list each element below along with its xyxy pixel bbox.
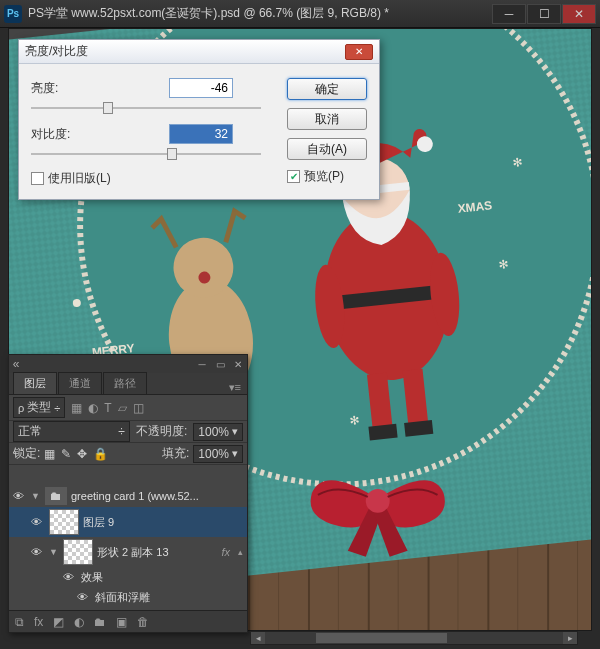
filter-pixel-icon[interactable]: ▦	[71, 401, 82, 415]
layer-name[interactable]: 形状 2 副本 13	[97, 545, 169, 560]
new-group-icon[interactable]: 🖿	[94, 615, 106, 629]
horizontal-scrollbar[interactable]: ◂ ▸	[250, 631, 578, 645]
dialog-title: 亮度/对比度	[25, 43, 345, 60]
brightness-slider[interactable]	[31, 102, 261, 114]
document-title: PS学堂 www.52psxt.com(圣诞贺卡).psd @ 66.7% (图…	[28, 5, 491, 22]
brightness-input[interactable]: -46	[169, 78, 233, 98]
scroll-right-icon[interactable]: ▸	[563, 632, 577, 644]
adjustment-layer-icon[interactable]: ◐	[74, 615, 84, 629]
svg-text:✻: ✻	[349, 413, 360, 428]
link-layers-icon[interactable]: ⧉	[15, 615, 24, 629]
panel-header[interactable]: « ─▭✕	[9, 355, 247, 373]
panel-menu-icon[interactable]: ▾≡	[223, 381, 247, 394]
fx-badge[interactable]: fx	[221, 546, 234, 558]
effect-name: 斜面和浮雕	[95, 590, 150, 605]
visibility-icon[interactable]: 👁	[13, 490, 27, 502]
layer-mask-icon[interactable]: ◩	[53, 615, 64, 629]
expand-icon[interactable]: ▼	[31, 491, 41, 501]
tab-paths[interactable]: 路径	[103, 372, 147, 394]
cancel-button[interactable]: 取消	[287, 108, 367, 130]
svg-rect-26	[404, 420, 433, 437]
tab-layers[interactable]: 图层	[13, 372, 57, 394]
panel-collapse-icon[interactable]: «	[9, 357, 23, 371]
close-button[interactable]: ✕	[562, 4, 596, 24]
scroll-thumb[interactable]	[316, 633, 446, 643]
svg-text:✻: ✻	[512, 155, 523, 170]
visibility-icon[interactable]: 👁	[63, 571, 77, 583]
filter-smart-icon[interactable]: ◫	[133, 401, 144, 415]
auto-button[interactable]: 自动(A)	[287, 138, 367, 160]
preview-label: 预览(P)	[304, 168, 344, 185]
layer-name[interactable]: greeting card 1 (www.52...	[71, 490, 199, 502]
dialog-close-button[interactable]: ✕	[345, 44, 373, 60]
scroll-left-icon[interactable]: ◂	[251, 632, 265, 644]
opacity-label: 不透明度:	[136, 423, 187, 440]
fill-input[interactable]: 100% ▾	[193, 445, 243, 463]
fill-label: 填充:	[162, 445, 189, 462]
contrast-slider[interactable]	[31, 148, 261, 160]
layer-style-icon[interactable]: fx	[34, 615, 43, 629]
layer-row-selected[interactable]: 👁 图层 9	[9, 507, 247, 537]
contrast-label: 对比度:	[31, 126, 97, 143]
layer-tree[interactable]: 👁 ▼ 🖿 greeting card 1 (www.52... 👁 图层 9 …	[9, 485, 247, 610]
lock-label: 锁定:	[13, 445, 40, 462]
filter-type-icon[interactable]: T	[104, 401, 111, 415]
photoshop-icon: Ps	[4, 5, 22, 23]
layer-name[interactable]: 图层 9	[83, 515, 114, 530]
contrast-input[interactable]: 32	[169, 124, 233, 144]
svg-point-29	[366, 489, 390, 513]
minimize-button[interactable]: ─	[492, 4, 526, 24]
layer-row[interactable]: 👁 ▼ 形状 2 副本 13 fx ▴	[9, 537, 247, 567]
lock-transparent-icon[interactable]: ▦	[44, 447, 55, 461]
brightness-contrast-dialog: 亮度/对比度 ✕ 亮度: -46 对比度: 32 使用旧版(L) 确定 取消 自…	[18, 39, 380, 200]
expand-icon[interactable]: ▼	[49, 547, 59, 557]
panel-dock-icon[interactable]: ▭	[211, 359, 229, 370]
effects-row[interactable]: 👁 效果	[9, 567, 247, 587]
preview-checkbox[interactable]: ✔预览(P)	[287, 168, 367, 185]
visibility-icon[interactable]: 👁	[31, 546, 45, 558]
brightness-label: 亮度:	[31, 80, 97, 97]
layer-thumbnail[interactable]	[63, 539, 93, 565]
svg-rect-25	[368, 424, 397, 441]
ok-button[interactable]: 确定	[287, 78, 367, 100]
app-titlebar: Ps PS学堂 www.52psxt.com(圣诞贺卡).psd @ 66.7%…	[0, 0, 600, 28]
maximize-button[interactable]: ☐	[527, 4, 561, 24]
legacy-label: 使用旧版(L)	[48, 170, 111, 187]
layers-panel: « ─▭✕ 图层 通道 路径 ▾≡ ρ 类型 ÷ ▦ ◐ T ▱ ◫ 正常 ÷ …	[8, 354, 248, 633]
visibility-icon[interactable]: 👁	[31, 516, 45, 528]
fx-expand-icon[interactable]: ▴	[238, 547, 243, 557]
effect-item[interactable]: 👁 斜面和浮雕	[9, 587, 247, 607]
panel-footer: ⧉ fx ◩ ◐ 🖿 ▣ 🗑	[9, 610, 247, 632]
filter-shape-icon[interactable]: ▱	[118, 401, 127, 415]
filter-kind-select[interactable]: ρ 类型 ÷	[13, 397, 65, 418]
lock-position-icon[interactable]: ✥	[77, 447, 87, 461]
effects-label: 效果	[81, 570, 103, 585]
opacity-input[interactable]: 100% ▾	[193, 423, 243, 441]
layer-thumbnail[interactable]	[49, 509, 79, 535]
dialog-titlebar[interactable]: 亮度/对比度 ✕	[19, 40, 379, 64]
legacy-checkbox[interactable]: 使用旧版(L)	[31, 170, 111, 187]
visibility-icon[interactable]: 👁	[77, 591, 91, 603]
new-layer-icon[interactable]: ▣	[116, 615, 127, 629]
tab-channels[interactable]: 通道	[58, 372, 102, 394]
panel-close-icon[interactable]: ✕	[229, 359, 247, 370]
delete-layer-icon[interactable]: 🗑	[137, 615, 149, 629]
panel-min-icon[interactable]: ─	[193, 359, 211, 370]
blend-mode-select[interactable]: 正常 ÷	[13, 421, 130, 442]
svg-text:✻: ✻	[498, 257, 509, 272]
filter-adjust-icon[interactable]: ◐	[88, 401, 98, 415]
lock-pixels-icon[interactable]: ✎	[61, 447, 71, 461]
folder-icon: 🖿	[45, 487, 67, 505]
lock-all-icon[interactable]: 🔒	[93, 447, 108, 461]
layer-group-row[interactable]: 👁 ▼ 🖿 greeting card 1 (www.52...	[9, 485, 247, 507]
